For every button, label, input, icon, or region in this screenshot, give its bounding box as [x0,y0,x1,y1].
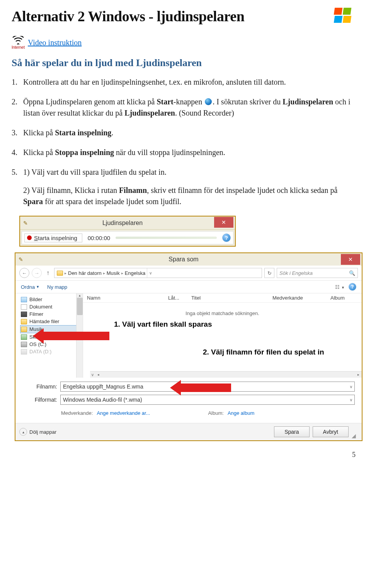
contributor-label: Medverkande: [61,410,93,416]
contributor-input[interactable]: Ange medverkande ar... [97,410,150,416]
page-number: 5 [12,451,356,459]
up-button[interactable]: ↑ [44,269,52,276]
step-5: 5. 1) Välj vart du vill spara ljudfilen … [23,167,356,207]
view-mode-button[interactable]: ☷ ▼ [335,284,345,290]
step-1: 1. Kontrollera att du har en ljudinspeln… [23,77,356,88]
fileformat-label: Filformat: [22,397,57,403]
refresh-button[interactable]: ↻ [264,268,274,278]
column-headers[interactable]: Namn Låt... Titel Medverkande Album [83,293,362,303]
page-title: Alternativ 2 Windows - ljudinspelaren [12,8,244,25]
windows-logo-icon [334,8,356,26]
filename-label: Filnamn: [22,383,57,390]
search-input[interactable]: Sök i Engelska 🔍 [277,268,358,278]
breadcrumb[interactable]: ▸ Den här datorn▸ Musik▸ Engelska v [54,268,262,278]
arrow-2-icon [170,380,231,395]
tree-item-hamtade[interactable]: Hämtade filer [21,318,83,325]
step-2: 2. Öppna Ljudinspelaren genom att klicka… [23,96,356,119]
internet-icon: Internet [12,36,25,49]
folder-icon [57,271,63,276]
arrow-1-icon [33,328,109,344]
help-button[interactable]: ? [349,283,356,291]
resize-grip-icon[interactable]: ◢ [352,433,358,439]
window-title: Ljudinspelaren [31,220,214,227]
album-label: Album: [208,410,223,416]
organize-menu[interactable]: Ordna ▼ [21,284,39,290]
search-icon: 🔍 [349,270,355,276]
forward-button[interactable]: → [32,268,42,278]
save-button[interactable]: Spara [274,426,309,437]
close-button[interactable]: ✕ [214,217,233,228]
help-button[interactable]: ? [222,233,231,242]
hide-folders-button[interactable]: ▴ Dölj mappar [19,428,56,436]
start-orb-icon [205,98,212,105]
cancel-button[interactable]: Avbryt [313,426,349,437]
close-button[interactable]: ✕ [341,254,360,265]
tree-item-data-d[interactable]: DATA (D:) [21,348,83,355]
tree-item-dokument[interactable]: Dokument [21,303,83,310]
recording-time: 00:00:00 [88,235,110,241]
back-button[interactable]: ← [19,268,29,278]
section-heading: Så här spelar du in ljud med Ljudinspela… [12,57,356,69]
fileformat-select[interactable]: Windows Media Audio-fil (*.wma) v [60,395,355,405]
tree-item-bilder[interactable]: Bilder [21,296,83,303]
dialog-title: Spara som [26,256,341,263]
collapse-icon: ▴ [19,428,27,436]
start-recording-button[interactable]: Starta inspelning [24,233,82,242]
app-icon: ✎ [23,220,31,226]
app-icon: ✎ [19,256,26,262]
album-input[interactable]: Ange album [228,410,254,416]
step-3: 3. Klicka på Starta inspelning. [23,127,356,138]
new-folder-button[interactable]: Ny mapp [47,284,67,290]
breadcrumb-dropdown[interactable]: v [147,268,154,278]
save-as-dialog: ✎ Spara som ✕ ← → ↑ ▸ Den här datorn▸ Mu… [15,252,362,441]
sound-recorder-window: ✎ Ljudinspelaren ✕ Starta inspelning 00:… [19,216,236,247]
level-meter [116,237,217,239]
tree-item-filmer[interactable]: Filmer [21,310,83,318]
record-icon [27,235,32,240]
step-4: 4. Klicka på Stoppa inspelning när du vi… [23,147,356,158]
annotation-2: 2. Välj filnamn för filen du spelat in [203,348,324,357]
annotation-1: 1. Välj vart filen skall sparas [114,320,212,329]
listing-h-scrollbar[interactable]: v ◂▸ [90,371,362,378]
video-instruction-link[interactable]: Video instruktion [28,38,82,47]
